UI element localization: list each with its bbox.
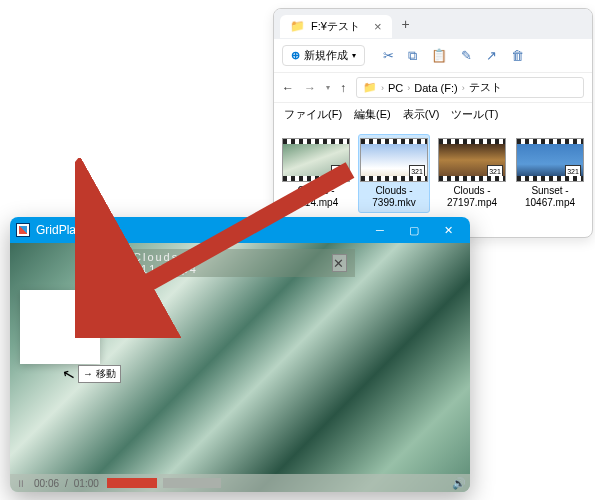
time-sep: / [65, 478, 68, 489]
video-thumbnail: 321 [438, 138, 506, 182]
file-item[interactable]: 321 Clouds - 27197.mp4 [436, 134, 508, 213]
video-thumbnail: 321 [360, 138, 428, 182]
codec-badge: 321 [565, 165, 581, 179]
video-overlay-title: Clouds - 2114.mp4 ✕ [125, 249, 355, 277]
overlay-close-icon[interactable]: ✕ [332, 254, 347, 272]
chevron-down-icon[interactable]: ▾ [326, 83, 330, 92]
file-explorer-window: 📁 F:¥テスト × + ⊕ 新規作成 ▾ ✂ ⧉ 📋 ✎ ↗ 🗑 ← → ▾ … [273, 8, 593, 238]
back-button[interactable]: ← [282, 81, 294, 95]
chevron-down-icon: ▾ [352, 51, 356, 60]
explorer-tab[interactable]: 📁 F:¥テスト × [280, 15, 392, 38]
window-title: GridPlayer [36, 223, 93, 237]
new-button-label: 新規作成 [304, 48, 348, 63]
maximize-button[interactable]: ▢ [398, 220, 430, 240]
codec-badge: 321 [409, 165, 425, 179]
volume-icon[interactable]: 🔊 [452, 477, 466, 490]
breadcrumb-drive[interactable]: Data (F:) [414, 82, 457, 94]
cursor-icon: ↖ [60, 364, 77, 385]
chevron-right-icon: › [381, 83, 384, 93]
progress-remaining[interactable] [163, 478, 221, 488]
forward-button[interactable]: → [304, 81, 316, 95]
close-button[interactable]: ✕ [432, 220, 464, 240]
video-area[interactable]: Clouds - 2114.mp4 ✕ ↖ → 移動 ⏸ 00:06 / 01:… [10, 243, 470, 492]
copy-icon[interactable]: ⧉ [408, 48, 417, 64]
toolbar: ⊕ 新規作成 ▾ ✂ ⧉ 📋 ✎ ↗ 🗑 [274, 39, 592, 73]
nav-bar: ← → ▾ ↑ 📁 › PC › Data (F:) › テスト [274, 73, 592, 103]
menu-view[interactable]: 表示(V) [403, 107, 440, 122]
file-grid: 321 Clouds - 2114.mp4 321 Clouds - 7399.… [274, 126, 592, 221]
menu-bar: ファイル(F) 編集(E) 表示(V) ツール(T) [274, 103, 592, 126]
title-bar[interactable]: GridPlayer ─ ▢ ✕ [10, 217, 470, 243]
delete-icon[interactable]: 🗑 [511, 48, 524, 64]
menu-file[interactable]: ファイル(F) [284, 107, 342, 122]
tab-title: F:¥テスト [311, 19, 360, 34]
breadcrumb-pc[interactable]: PC [388, 82, 403, 94]
rename-icon[interactable]: ✎ [461, 48, 472, 64]
codec-badge: 321 [331, 165, 347, 179]
file-item[interactable]: 321 Clouds - 7399.mkv [358, 134, 430, 213]
file-name: Clouds - 27197.mp4 [438, 185, 506, 209]
plus-icon: ⊕ [291, 49, 300, 62]
app-icon [16, 223, 30, 237]
chevron-right-icon: › [407, 83, 410, 93]
drag-tooltip: → 移動 [78, 365, 121, 383]
new-button[interactable]: ⊕ 新規作成 ▾ [282, 45, 365, 66]
breadcrumb[interactable]: 📁 › PC › Data (F:) › テスト [356, 77, 584, 98]
up-button[interactable]: ↑ [340, 81, 346, 95]
minimize-button[interactable]: ─ [364, 220, 396, 240]
file-name: Sunset - 10467.mp4 [516, 185, 584, 209]
video-thumbnail: 321 [282, 138, 350, 182]
video-thumbnail: 321 [516, 138, 584, 182]
folder-icon: 📁 [290, 19, 305, 33]
chevron-right-icon: › [462, 83, 465, 93]
new-tab-button[interactable]: + [402, 16, 410, 32]
player-controls: ⏸ 00:06 / 01:00 🔊 [10, 474, 470, 492]
menu-tools[interactable]: ツール(T) [451, 107, 498, 122]
share-icon[interactable]: ↗ [486, 48, 497, 64]
window-buttons: ─ ▢ ✕ [364, 220, 464, 240]
time-current: 00:06 [34, 478, 59, 489]
codec-badge: 321 [487, 165, 503, 179]
toolbar-icons: ✂ ⧉ 📋 ✎ ↗ 🗑 [383, 48, 524, 64]
file-name: Clouds - 7399.mkv [360, 185, 428, 209]
pause-button[interactable]: ⏸ [14, 478, 28, 489]
overlay-filename: Clouds - 2114.mp4 [133, 251, 212, 275]
cut-icon[interactable]: ✂ [383, 48, 394, 64]
folder-icon: 📁 [363, 81, 377, 94]
tab-bar: 📁 F:¥テスト × + [274, 9, 592, 39]
breadcrumb-folder[interactable]: テスト [469, 80, 502, 95]
file-name: Clouds - 2114.mp4 [282, 185, 350, 209]
paste-icon[interactable]: 📋 [431, 48, 447, 64]
progress-played[interactable] [107, 478, 157, 488]
drag-preview [20, 290, 100, 364]
menu-edit[interactable]: 編集(E) [354, 107, 391, 122]
file-item[interactable]: 321 Sunset - 10467.mp4 [514, 134, 586, 213]
close-tab-icon[interactable]: × [374, 19, 382, 34]
time-total: 01:00 [74, 478, 99, 489]
gridplayer-window: GridPlayer ─ ▢ ✕ Clouds - 2114.mp4 ✕ ↖ →… [10, 217, 470, 492]
drag-cursor: ↖ → 移動 [62, 365, 121, 383]
file-item[interactable]: 321 Clouds - 2114.mp4 [280, 134, 352, 213]
